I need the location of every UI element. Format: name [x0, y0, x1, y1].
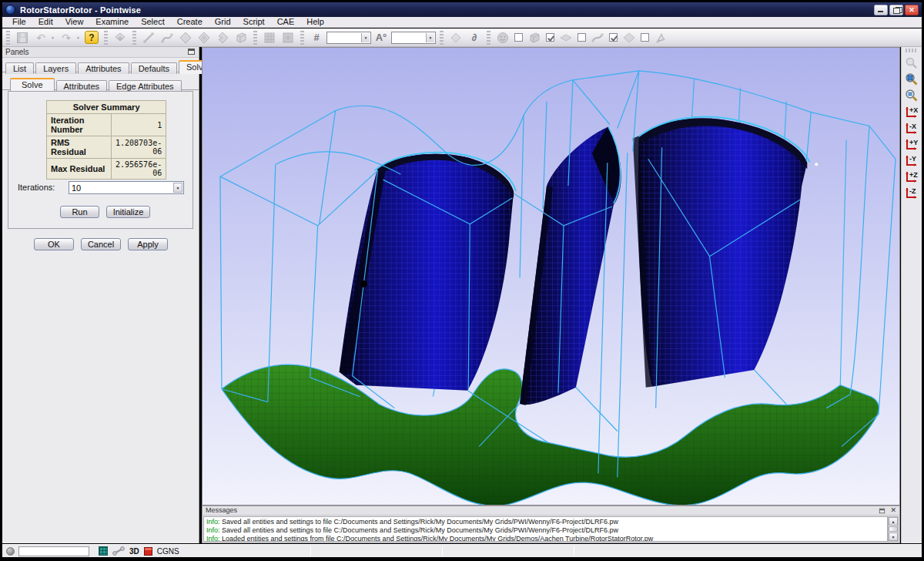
apply-button[interactable]: Apply — [128, 238, 168, 250]
redo-dropdown-icon[interactable]: ▼ — [76, 30, 82, 45]
tab-layers[interactable]: Layers — [35, 62, 76, 74]
create-curve-icon[interactable] — [159, 30, 176, 45]
create-block-icon[interactable] — [233, 30, 249, 45]
cancel-button[interactable]: Cancel — [81, 238, 121, 250]
connectors-visibility-icon[interactable] — [589, 30, 606, 45]
dimension-combobox[interactable]: ▼ — [326, 32, 371, 44]
view-plus-y-button[interactable]: +Y — [903, 136, 920, 152]
cae-solver-label: CGNS — [157, 547, 179, 556]
chevron-down-icon[interactable]: ▼ — [361, 33, 370, 42]
help-icon[interactable]: ? — [83, 30, 100, 45]
toolbar-drag-handle[interactable] — [6, 31, 10, 45]
create-domain-icon[interactable] — [177, 30, 194, 45]
status-light-icon — [6, 547, 15, 556]
boundary-partial-icon[interactable]: ∂ — [466, 30, 483, 45]
ok-button[interactable]: OK — [34, 238, 74, 250]
subtab-edge-attributes[interactable]: Edge Attributes — [109, 80, 182, 92]
view-plus-z-button[interactable]: +Z — [903, 168, 920, 184]
restore-button[interactable] — [889, 5, 903, 15]
subtab-solve[interactable]: Solve — [10, 78, 55, 92]
iterations-combobox[interactable]: 10 ▼ — [69, 181, 184, 194]
view-minus-z-button[interactable]: -Z — [903, 184, 920, 200]
points-visibility-icon[interactable] — [652, 30, 669, 45]
zoom-fit-icon[interactable] — [903, 71, 920, 87]
unstructured-grid-icon[interactable] — [280, 30, 296, 45]
zoom-one-to-one-icon[interactable] — [903, 87, 920, 103]
chevron-down-icon[interactable]: ▼ — [173, 183, 182, 193]
tab-attributes[interactable]: Attributes — [78, 62, 129, 74]
list-item: Info: Saved all entities and settings to… — [206, 526, 885, 535]
status-bar: 3D CGNS — [2, 544, 922, 557]
toolbar-drag-handle[interactable] — [300, 31, 304, 45]
selected-point-marker[interactable] — [360, 280, 367, 287]
layer-mask-icon[interactable] — [112, 30, 129, 45]
view-minus-x-button[interactable]: -X — [903, 119, 920, 136]
menu-view[interactable]: View — [59, 17, 90, 27]
svg-text:+Y: +Y — [909, 139, 918, 146]
scroll-down-icon[interactable]: ▼ — [889, 532, 898, 541]
menu-script[interactable]: Script — [237, 17, 271, 27]
blocks-visibility-icon[interactable] — [526, 30, 543, 45]
initialize-button[interactable]: Initialize — [106, 206, 150, 218]
close-icon[interactable]: ✕ — [890, 506, 896, 514]
show-connectors-checkbox[interactable] — [609, 33, 618, 42]
close-button[interactable]: ✕ — [905, 5, 919, 15]
show-domains2-checkbox[interactable] — [578, 33, 586, 42]
menu-examine[interactable]: Examine — [89, 17, 135, 27]
redo-icon[interactable]: ↷ — [58, 30, 75, 45]
scroll-up-icon[interactable]: ▲ — [889, 517, 898, 526]
create-unstructured-domain-icon[interactable] — [196, 30, 213, 45]
show-hide-mask-icon[interactable] — [494, 30, 511, 45]
chevron-down-icon[interactable]: ▼ — [426, 33, 434, 42]
menu-edit[interactable]: Edit — [32, 17, 59, 27]
view-minus-y-button[interactable]: -Y — [903, 152, 920, 168]
show-domains-checkbox[interactable] — [546, 33, 554, 42]
domains-visibility-icon[interactable] — [557, 30, 574, 45]
toolbar-drag-handle[interactable] — [440, 31, 444, 45]
subtab-attributes[interactable]: Attributes — [56, 80, 107, 92]
undo-dropdown-icon[interactable]: ▼ — [51, 30, 56, 45]
structured-grid-icon[interactable] — [261, 30, 278, 45]
float-panel-icon[interactable] — [879, 509, 885, 513]
menu-grid[interactable]: Grid — [209, 17, 237, 27]
menu-cae[interactable]: CAE — [271, 17, 301, 27]
dimension-mode-label: 3D — [129, 547, 139, 556]
display-viewport[interactable] — [202, 47, 900, 506]
database-visibility-icon[interactable] — [621, 30, 638, 45]
float-panel-icon[interactable] — [188, 49, 195, 55]
assemble-icon[interactable] — [447, 30, 464, 45]
messages-scrollbar[interactable]: ▲ ▼ — [888, 516, 899, 542]
statusbar-divider — [574, 546, 574, 556]
show-database-checkbox[interactable] — [641, 33, 649, 42]
tab-defaults[interactable]: Defaults — [131, 62, 177, 74]
menu-help[interactable]: Help — [300, 17, 330, 27]
status-progress-field — [18, 546, 89, 556]
create-connector-icon[interactable] — [140, 30, 157, 45]
save-icon[interactable] — [14, 30, 31, 45]
statusbar-divider — [442, 546, 443, 556]
view-plus-x-button[interactable]: +X — [903, 103, 920, 119]
toolbar-drag-handle[interactable] — [104, 31, 108, 45]
toolbar-drag-handle[interactable] — [906, 49, 918, 52]
toolbar-drag-handle[interactable] — [487, 31, 490, 45]
menu-file[interactable]: File — [6, 17, 32, 27]
show-blocks-checkbox[interactable] — [514, 33, 523, 42]
tab-list[interactable]: List — [5, 62, 34, 74]
menu-select[interactable]: Select — [135, 17, 171, 27]
solver-summary-title: Solver Summary — [47, 101, 166, 114]
trim-surface-icon[interactable] — [214, 30, 231, 45]
message-log[interactable]: Info: Saved all entities and settings to… — [203, 516, 888, 542]
highlight-point — [815, 163, 818, 166]
angle-combobox[interactable]: ▼ — [391, 32, 436, 44]
scrollbar-thumb[interactable] — [889, 526, 898, 532]
minimize-button[interactable] — [874, 5, 888, 15]
toolbar-drag-handle[interactable] — [132, 31, 136, 45]
zoom-icon[interactable] — [903, 55, 920, 71]
list-item: Info: Saved all entities and settings to… — [206, 518, 885, 526]
run-button[interactable]: Run — [60, 206, 99, 218]
menu-create[interactable]: Create — [171, 17, 209, 27]
table-row: Max Residual 2.956576e-06 — [47, 159, 166, 180]
toolbar-drag-handle[interactable] — [253, 31, 257, 45]
title-bar[interactable]: RotorStatorRotor - Pointwise ✕ — [2, 2, 922, 17]
undo-icon[interactable]: ↶ — [32, 30, 49, 45]
